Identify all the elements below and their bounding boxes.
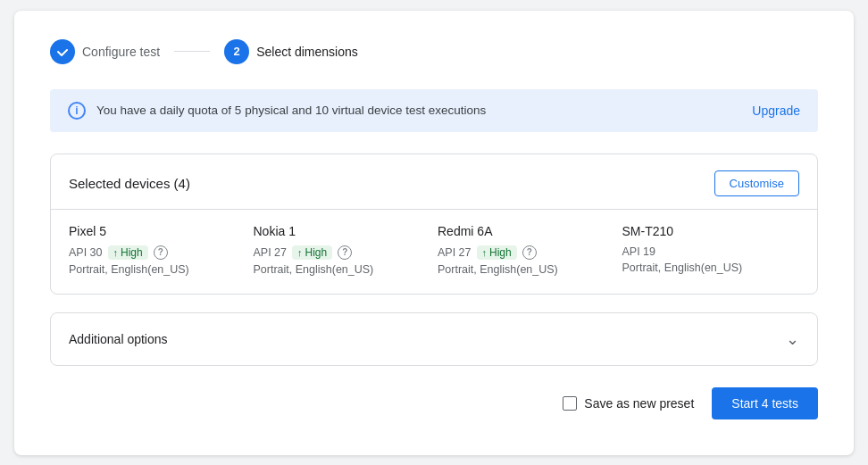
devices-title: Selected devices (4)	[69, 176, 190, 191]
save-preset-checkbox[interactable]	[563, 396, 577, 411]
device-api-pixel5: API 30	[69, 246, 103, 259]
device-item-nokia1: Nokia 1 API 27 ↑ High ? Portrait, Englis…	[254, 224, 431, 276]
info-banner-left: i You have a daily quota of 5 physical a…	[68, 102, 486, 120]
start-tests-button[interactable]: Start 4 tests	[712, 387, 818, 419]
additional-options-title: Additional options	[69, 332, 168, 346]
chevron-down-icon: ⌄	[786, 329, 799, 349]
device-name-redmi6a: Redmi 6A	[438, 224, 615, 238]
help-icon-redmi6a[interactable]: ?	[522, 245, 537, 260]
high-badge-nokia1: ↑ High	[292, 245, 332, 260]
info-icon: i	[68, 102, 86, 120]
main-card: Configure test 2 Select dimensions i You…	[14, 11, 854, 455]
step-2-label: Select dimensions	[256, 45, 358, 59]
additional-options-panel: Additional options ⌄	[50, 312, 818, 366]
high-badge-pixel5: ↑ High	[108, 245, 148, 260]
stepper: Configure test 2 Select dimensions	[50, 39, 818, 64]
step-2: 2 Select dimensions	[224, 39, 358, 64]
step-2-circle: 2	[224, 39, 249, 64]
device-api-redmi6a: API 27	[438, 246, 472, 259]
device-api-row-smt210: API 19	[622, 245, 800, 258]
devices-header: Selected devices (4) Customise	[51, 154, 817, 210]
info-text: You have a daily quota of 5 physical and…	[96, 104, 486, 117]
upgrade-link[interactable]: Upgrade	[752, 104, 800, 118]
devices-panel: Selected devices (4) Customise Pixel 5 A…	[50, 154, 818, 295]
footer: Save as new preset Start 4 tests	[50, 387, 818, 419]
high-badge-arrow-nokia1: ↑	[297, 247, 303, 258]
step-1: Configure test	[50, 39, 160, 64]
device-api-row-redmi6a: API 27 ↑ High ?	[438, 245, 615, 260]
device-api-nokia1: API 27	[254, 246, 288, 259]
device-locale-pixel5: Portrait, English(en_US)	[69, 263, 246, 276]
customise-button[interactable]: Customise	[714, 170, 799, 196]
high-badge-arrow-pixel5: ↑	[113, 247, 119, 258]
step-1-circle	[50, 39, 75, 64]
info-banner: i You have a daily quota of 5 physical a…	[50, 89, 818, 132]
device-item-smt210: SM-T210 API 19 Portrait, English(en_US)	[622, 224, 800, 276]
device-locale-redmi6a: Portrait, English(en_US)	[438, 263, 615, 276]
step-1-label: Configure test	[82, 45, 160, 59]
high-badge-redmi6a: ↑ High	[477, 245, 517, 260]
device-api-smt210: API 19	[622, 245, 656, 258]
device-locale-nokia1: Portrait, English(en_US)	[254, 263, 431, 276]
device-api-row-nokia1: API 27 ↑ High ?	[254, 245, 431, 260]
help-icon-nokia1[interactable]: ?	[338, 245, 352, 260]
save-preset-label: Save as new preset	[584, 396, 694, 411]
help-icon-pixel5[interactable]: ?	[154, 245, 168, 260]
device-item-pixel5: Pixel 5 API 30 ↑ High ? Portrait, Englis…	[69, 224, 246, 276]
device-item-redmi6a: Redmi 6A API 27 ↑ High ? Portrait, Engli…	[438, 224, 615, 276]
device-name-nokia1: Nokia 1	[254, 224, 431, 238]
devices-grid: Pixel 5 API 30 ↑ High ? Portrait, Englis…	[51, 210, 817, 294]
additional-options-header[interactable]: Additional options ⌄	[51, 313, 817, 365]
device-name-pixel5: Pixel 5	[69, 224, 246, 238]
device-api-row-pixel5: API 30 ↑ High ?	[69, 245, 246, 260]
save-preset-row: Save as new preset	[563, 396, 694, 411]
high-badge-arrow-redmi6a: ↑	[482, 247, 488, 258]
step-connector	[174, 51, 210, 52]
device-name-smt210: SM-T210	[622, 224, 800, 238]
device-locale-smt210: Portrait, English(en_US)	[622, 262, 800, 274]
